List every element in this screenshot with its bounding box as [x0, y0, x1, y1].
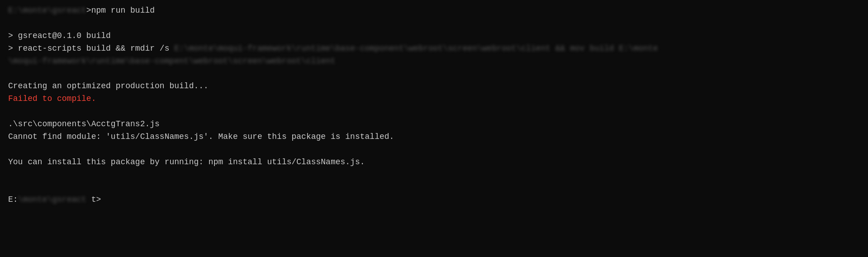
terminal-line-2 [8, 17, 860, 30]
terminal-line-10: .\src\components\AcctgTrans2.js [8, 118, 860, 131]
terminal-line-1: E:\monte\gsreact>npm run build [8, 5, 860, 17]
terminal-line-5: \moqui-framework\runtime\base-compent\we… [8, 55, 860, 68]
terminal-line-9 [8, 105, 860, 118]
path-blurred-1: E:\monte\gsreact [8, 6, 86, 15]
output-content-7: Creating an optimized production build..… [8, 81, 209, 90]
path-blurred-16: \monte\gsreact [18, 195, 86, 204]
output-prefix-3: > [8, 31, 18, 40]
terminal-window: E:\monte\gsreact>npm run build > gsreact… [0, 0, 868, 257]
prompt-command-1: >npm run build [86, 6, 155, 15]
terminal-line-14 [8, 169, 860, 181]
terminal-line-16: E:\monte\gsreact t> [8, 194, 860, 206]
output-content-13: You can install this package by running:… [8, 157, 365, 167]
terminal-line-8: Failed to compile. [8, 93, 860, 105]
prompt-prefix-16: E: [8, 195, 18, 204]
path-blurred-4: E:\monte\moqui-framework\runtime\base-co… [174, 44, 658, 53]
output-content-11: Cannot find module: 'utils/ClassNames.js… [8, 132, 394, 141]
terminal-line-15 [8, 181, 860, 194]
terminal-line-12 [8, 143, 860, 156]
output-prefix-4: > react-scripts build && rmdir /s [8, 44, 174, 53]
prompt-suffix-16: t> [86, 195, 101, 204]
error-text-8: Failed to compile. [8, 94, 96, 103]
terminal-line-11: Cannot find module: 'utils/ClassNames.js… [8, 131, 860, 143]
terminal-line-4: > react-scripts build && rmdir /s E:\mon… [8, 43, 860, 55]
terminal-line-7: Creating an optimized production build..… [8, 80, 860, 93]
terminal-line-3: > gsreact@0.1.0 build [8, 30, 860, 43]
path-blurred-5: \moqui-framework\runtime\base-comp [8, 57, 174, 66]
path-blurred-5b: ent\webroot\screen\webroot\client [174, 57, 335, 66]
output-content-10: .\src\components\AcctgTrans2.js [8, 119, 160, 128]
output-content-3: gsreact@0.1.0 build [18, 31, 111, 40]
terminal-line-13: You can install this package by running:… [8, 156, 860, 169]
terminal-line-6 [8, 67, 860, 80]
